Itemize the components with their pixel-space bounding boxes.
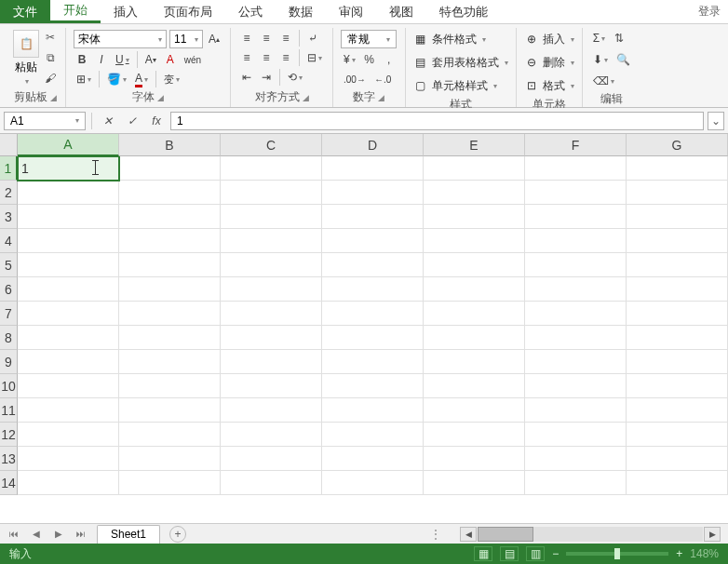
cell-A9[interactable] xyxy=(18,350,119,374)
font-dialog-launcher[interactable]: ◢ xyxy=(157,93,164,102)
cell-G3[interactable] xyxy=(627,205,728,229)
row-header-1[interactable]: 1 xyxy=(0,156,18,181)
cell-style-button[interactable]: ▢单元格样式▾ xyxy=(413,76,497,95)
tab-review[interactable]: 审阅 xyxy=(326,0,376,23)
cell-B9[interactable] xyxy=(119,350,221,374)
cell-B1[interactable] xyxy=(119,156,221,181)
confirm-edit-button[interactable]: ✓ xyxy=(122,112,142,130)
sheet-nav-last[interactable]: ⏭ xyxy=(74,528,88,541)
orientation-button[interactable]: ⟲▾ xyxy=(285,69,305,86)
cell-A5[interactable] xyxy=(18,253,119,277)
login-link[interactable]: 登录 xyxy=(691,0,728,23)
cell-A4[interactable] xyxy=(18,229,119,253)
cell-C2[interactable] xyxy=(221,181,322,205)
cell-G5[interactable] xyxy=(627,253,728,277)
cell-D3[interactable] xyxy=(322,205,424,229)
cell-F9[interactable] xyxy=(525,350,627,374)
merge-button[interactable]: ⊟▾ xyxy=(304,49,325,66)
col-header-G[interactable]: G xyxy=(627,134,728,156)
cell-G4[interactable] xyxy=(627,229,728,253)
cell-B12[interactable] xyxy=(119,423,221,447)
cell-D11[interactable] xyxy=(322,398,424,423)
row-header-11[interactable]: 11 xyxy=(0,398,18,423)
row-header-6[interactable]: 6 xyxy=(0,277,18,302)
zoom-level[interactable]: 148% xyxy=(690,547,719,560)
cell-D13[interactable] xyxy=(322,447,424,471)
cell-A8[interactable] xyxy=(18,326,119,350)
cell-B5[interactable] xyxy=(119,253,221,277)
delete-cells-button[interactable]: ⊖删除▾ xyxy=(524,53,574,72)
col-header-B[interactable]: B xyxy=(119,134,221,156)
cell-A3[interactable] xyxy=(18,205,119,229)
cell-E11[interactable] xyxy=(424,398,525,423)
row-header-2[interactable]: 2 xyxy=(0,181,18,205)
cell-E6[interactable] xyxy=(424,277,525,302)
cell-B3[interactable] xyxy=(119,205,221,229)
sheet-tab-overflow[interactable]: ⋮ xyxy=(430,528,441,541)
fill-button[interactable]: ⬇▾ xyxy=(590,51,611,68)
row-header-4[interactable]: 4 xyxy=(0,229,18,253)
hscroll-right[interactable]: ▶ xyxy=(704,527,721,542)
cell-C4[interactable] xyxy=(221,229,322,253)
cell-A7[interactable] xyxy=(18,302,119,326)
cell-F4[interactable] xyxy=(525,229,627,253)
row-header-12[interactable]: 12 xyxy=(0,423,18,447)
cell-C8[interactable] xyxy=(221,326,322,350)
cell-F11[interactable] xyxy=(525,398,627,423)
cell-C10[interactable] xyxy=(221,374,322,398)
cell-E7[interactable] xyxy=(424,302,525,326)
table-format-button[interactable]: ▤套用表格格式▾ xyxy=(413,53,508,72)
cell-A14[interactable] xyxy=(18,471,119,495)
expand-formula-bar-button[interactable]: ⌄ xyxy=(708,112,724,130)
phonetic-field-button[interactable]: 变▾ xyxy=(161,71,182,87)
cell-G13[interactable] xyxy=(627,447,728,471)
cell-D9[interactable] xyxy=(322,350,424,374)
paste-button[interactable]: 📋 xyxy=(13,30,39,58)
increase-font-button[interactable]: A▴ xyxy=(206,31,222,47)
zoom-in-button[interactable]: + xyxy=(676,547,682,560)
view-page-break-button[interactable]: ▥ xyxy=(526,546,545,561)
cell-A11[interactable] xyxy=(18,398,119,423)
cell-E2[interactable] xyxy=(424,181,525,205)
cell-G7[interactable] xyxy=(627,302,728,326)
cell-D14[interactable] xyxy=(322,471,424,495)
cell-F10[interactable] xyxy=(525,374,627,398)
col-header-E[interactable]: E xyxy=(424,134,525,156)
hscroll-left[interactable]: ◀ xyxy=(460,527,477,542)
cell-F8[interactable] xyxy=(525,326,627,350)
align-bottom-button[interactable]: ≡ xyxy=(277,30,294,47)
cell-F5[interactable] xyxy=(525,253,627,277)
border-button[interactable]: ⊞▾ xyxy=(74,71,94,87)
row-header-3[interactable]: 3 xyxy=(0,205,18,229)
cell-B2[interactable] xyxy=(119,181,221,205)
sheet-nav-first[interactable]: ⏮ xyxy=(7,528,20,541)
cell-A1[interactable]: 1 xyxy=(18,156,119,181)
tab-formula[interactable]: 公式 xyxy=(225,0,276,23)
find-button[interactable]: 🔍 xyxy=(613,51,633,68)
col-header-D[interactable]: D xyxy=(322,134,424,156)
cell-D7[interactable] xyxy=(322,302,424,326)
name-box[interactable]: A1▾ xyxy=(4,112,86,130)
cell-A6[interactable] xyxy=(18,277,119,302)
tab-special[interactable]: 特色功能 xyxy=(426,0,501,23)
underline-button[interactable]: U▾ xyxy=(113,51,132,68)
cell-A10[interactable] xyxy=(18,374,119,398)
decrease-decimal-button[interactable]: ←.0 xyxy=(371,71,394,87)
row-header-7[interactable]: 7 xyxy=(0,302,18,326)
align-center-button[interactable]: ≡ xyxy=(258,49,275,66)
align-dialog-launcher[interactable]: ◢ xyxy=(303,93,309,102)
wrap-text-button[interactable]: ⤶ xyxy=(304,30,321,47)
cell-C7[interactable] xyxy=(221,302,322,326)
cell-G10[interactable] xyxy=(627,374,728,398)
zoom-out-button[interactable]: − xyxy=(552,547,559,560)
sheet-nav-next[interactable]: ▶ xyxy=(52,528,65,541)
align-right-button[interactable]: ≡ xyxy=(277,49,294,66)
row-header-13[interactable]: 13 xyxy=(0,447,18,471)
hscroll-track[interactable] xyxy=(478,527,703,542)
increase-indent-button[interactable]: ⇥ xyxy=(258,69,275,86)
cell-G8[interactable] xyxy=(627,326,728,350)
cell-E12[interactable] xyxy=(424,423,525,447)
row-header-10[interactable]: 10 xyxy=(0,374,18,398)
cell-D4[interactable] xyxy=(322,229,424,253)
italic-button[interactable]: I xyxy=(93,51,110,68)
